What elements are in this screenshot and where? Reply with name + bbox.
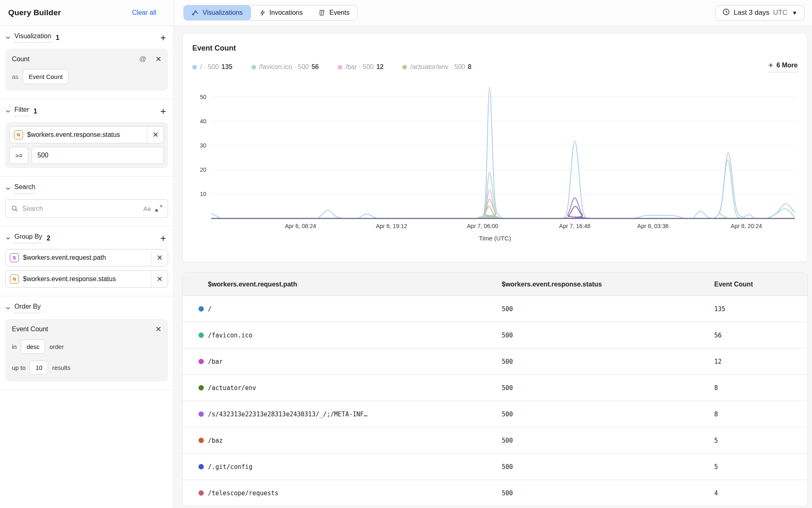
request-path-cell: /baz	[208, 437, 235, 444]
tab-label: Events	[329, 9, 349, 16]
group-by-chip[interactable]: N $workers.event.response.status ✕	[5, 270, 168, 288]
query-builder-page: Query Builder Clear all VisualizationsIn…	[0, 0, 812, 508]
order-by-label[interactable]: Order By	[14, 303, 41, 313]
filter-card: N $workers.event.response.status ✕ >= 50…	[5, 122, 168, 168]
series-color-dot	[198, 438, 204, 443]
line-chart[interactable]: 1020304050Apr 6, 08:24Apr 6, 19:12Apr 7,…	[192, 79, 798, 233]
series-color-dot	[338, 65, 342, 69]
chevron-down-icon[interactable]	[5, 186, 11, 191]
event-count-cell: 56	[714, 332, 807, 339]
group-by-label[interactable]: Group By	[14, 233, 42, 243]
lightning-icon	[259, 9, 266, 16]
results-table-card: $workers.event.request.path $workers.eve…	[182, 272, 808, 506]
visualization-card: Count @ ✕ as Event Count	[5, 48, 168, 91]
search-label[interactable]: Search	[14, 183, 35, 194]
time-zone-label: UTC	[773, 9, 787, 17]
remove-group-by-icon[interactable]: ✕	[151, 271, 168, 287]
table-row[interactable]: /baz5005	[182, 427, 807, 453]
filter-label[interactable]: Filter	[14, 106, 29, 116]
response-status-cell: 500	[502, 332, 714, 339]
filter-value-input[interactable]: 500	[32, 147, 164, 164]
chart-legend: / · 500 135/favicon.ico · 500 56/bar · 5…	[192, 62, 798, 72]
remove-filter-icon[interactable]: ✕	[147, 127, 164, 143]
series-line	[211, 198, 795, 218]
series-color-dot	[198, 333, 204, 338]
legend-item[interactable]: / · 500 135	[192, 63, 233, 71]
series-line	[211, 199, 795, 218]
series-color-dot	[198, 490, 204, 496]
table-row[interactable]: /actuator/env5008	[182, 374, 807, 401]
filter-operator[interactable]: >=	[9, 147, 28, 164]
series-color-dot	[198, 411, 204, 417]
y-axis-tick: 20	[200, 166, 206, 173]
legend-more-button[interactable]: + 6 More	[768, 62, 798, 72]
column-header[interactable]: Event Count	[714, 281, 807, 288]
at-icon[interactable]: @	[139, 55, 146, 63]
legend-label: /favicon.ico · 500 56	[259, 63, 319, 71]
legend-item[interactable]: /actuator/env · 500 8	[402, 63, 471, 71]
order-word: order	[49, 343, 64, 350]
filter-field-chip[interactable]: N $workers.event.response.status ✕	[9, 126, 164, 143]
legend-item[interactable]: /bar · 500 12	[338, 63, 384, 71]
chart-title: Event Count	[192, 44, 798, 53]
series-line	[211, 87, 795, 219]
remove-order-by-icon[interactable]: ✕	[155, 326, 161, 333]
page-title: Query Builder	[8, 8, 61, 17]
table-row[interactable]: /telescope/requests5004	[182, 480, 807, 506]
tab-invocations[interactable]: Invocations	[251, 5, 311, 20]
table-row[interactable]: /s/432313e22313e28313e2430313/_/;/META-I…	[182, 401, 807, 427]
clock-icon	[722, 8, 730, 18]
legend-item[interactable]: /favicon.ico · 500 56	[251, 63, 319, 71]
order-direction-select[interactable]: desc	[21, 339, 46, 354]
event-count-cell: 5	[714, 463, 807, 471]
chevron-down-icon[interactable]	[5, 35, 11, 40]
match-case-icon[interactable]: Aa	[143, 205, 151, 212]
series-line	[211, 160, 795, 218]
table-row[interactable]: /500135	[182, 296, 807, 322]
limit-input[interactable]: 10	[30, 360, 48, 375]
y-axis-tick: 10	[200, 191, 206, 197]
clear-all-link[interactable]: Clear all	[132, 9, 156, 16]
tab-events[interactable]: Events	[311, 5, 358, 20]
remove-visualization-icon[interactable]: ✕	[155, 55, 161, 63]
table-row[interactable]: /.git/config5005	[182, 453, 807, 480]
tab-visualizations[interactable]: Visualizations	[184, 5, 251, 20]
results-word: results	[52, 364, 70, 371]
table-body: /500135/favicon.ico50056/bar50012/actuat…	[182, 296, 807, 506]
plus-icon: +	[768, 62, 773, 68]
group-by-chip[interactable]: S $workers.event.request.path ✕	[5, 249, 168, 266]
series-color-dot	[198, 464, 204, 469]
column-header[interactable]: $workers.event.response.status	[502, 281, 714, 288]
request-path-cell: /bar	[208, 358, 235, 365]
time-range-button[interactable]: Last 3 days UTC ▼	[715, 5, 805, 21]
filter-field-name: $workers.event.response.status	[27, 131, 147, 139]
y-axis-tick: 30	[200, 142, 206, 149]
response-status-cell: 500	[502, 437, 714, 444]
chevron-down-icon[interactable]	[5, 109, 11, 114]
top-bar: Query Builder Clear all VisualizationsIn…	[0, 0, 812, 26]
event-count-cell: 135	[714, 305, 807, 313]
group-by-field-name: $workers.event.request.path	[23, 254, 151, 261]
table-row[interactable]: /favicon.ico50056	[182, 322, 807, 348]
add-visualization-button[interactable]: +	[158, 34, 168, 42]
add-filter-button[interactable]: +	[158, 107, 168, 115]
y-axis-tick: 50	[200, 94, 206, 100]
table-header-row: $workers.event.request.path $workers.eve…	[182, 273, 807, 296]
alias-value-box[interactable]: Event Count	[23, 69, 69, 84]
visualization-label[interactable]: Visualization	[14, 32, 51, 43]
request-path-cell: /favicon.ico	[208, 332, 265, 339]
legend-label: /bar · 500 12	[346, 63, 384, 71]
remove-group-by-icon[interactable]: ✕	[151, 249, 168, 266]
column-header[interactable]: $workers.event.request.path	[182, 281, 502, 288]
order-by-field: Event Count	[12, 326, 48, 333]
search-input[interactable]	[22, 205, 139, 212]
chart-svg: 1020304050Apr 6, 08:24Apr 6, 19:12Apr 7,…	[192, 79, 798, 231]
table-row[interactable]: /bar50012	[182, 348, 807, 374]
chevron-down-icon[interactable]	[5, 236, 11, 241]
chevron-down-icon[interactable]	[5, 305, 11, 311]
top-bar-main: VisualizationsInvocationsEvents Last 3 d…	[174, 0, 812, 25]
events-icon	[319, 9, 325, 16]
regex-icon[interactable]: *	[155, 205, 162, 212]
event-count-cell: 4	[714, 490, 807, 497]
add-group-by-button[interactable]: +	[158, 234, 168, 242]
